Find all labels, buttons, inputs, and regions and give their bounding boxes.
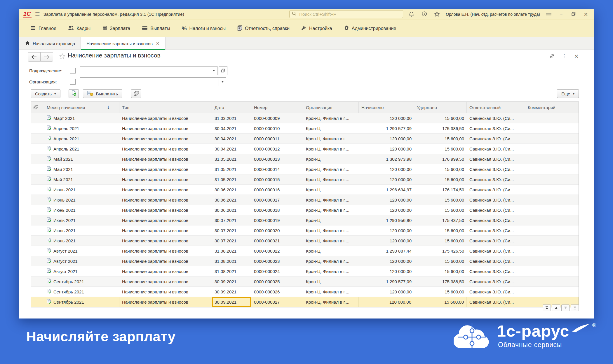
cell-org[interactable]: Крон-Ц. Филиал в г.... bbox=[303, 113, 359, 123]
cell-comment[interactable] bbox=[525, 236, 579, 246]
cell-month[interactable]: Май 2021 bbox=[44, 164, 119, 174]
cell-accrued[interactable]: 120 000,00 bbox=[359, 164, 414, 174]
cell-org[interactable]: Крон-Ц. Филиал в г.... bbox=[303, 225, 359, 235]
cell-date[interactable]: 30.06.2021 bbox=[212, 185, 251, 195]
cell-clip[interactable] bbox=[31, 195, 44, 205]
table-row[interactable]: Сентябрь 2021 Начисление зарплаты и взно… bbox=[31, 287, 579, 297]
cell-accrued[interactable]: 120 000,00 bbox=[359, 297, 414, 307]
cell-number[interactable]: 0000-000019 bbox=[251, 215, 303, 225]
cell-responsible[interactable]: Савинская З.Ю. (Си... bbox=[467, 195, 525, 205]
close-form-icon[interactable]: × bbox=[574, 53, 579, 59]
cell-accrued[interactable]: 120 000,00 bbox=[359, 174, 414, 184]
column-header-accrued[interactable]: Начислено bbox=[359, 102, 414, 113]
cell-date[interactable]: 30.04.2021 bbox=[212, 123, 251, 133]
cell-month[interactable]: Май 2021 bbox=[44, 154, 119, 164]
cell-month[interactable]: Сентябрь 2021 bbox=[44, 276, 119, 286]
table-row[interactable]: Март 2021 Начисление зарплаты и взносов … bbox=[31, 113, 579, 123]
scroll-bottom-icon[interactable] bbox=[571, 304, 579, 311]
cell-date[interactable]: 30.07.2021 bbox=[212, 236, 251, 246]
cell-month[interactable]: Апрель 2021 bbox=[44, 134, 119, 144]
cell-org[interactable]: Крон-Ц. Филиал в г.... bbox=[303, 297, 359, 307]
cell-org[interactable]: Крон-Ц bbox=[303, 154, 359, 164]
cell-clip[interactable] bbox=[31, 144, 44, 154]
cell-accrued[interactable]: 1 302 973,98 bbox=[359, 154, 414, 164]
cell-responsible[interactable]: Савинская З.Ю. (Си... bbox=[467, 185, 525, 195]
cell-date[interactable]: 31.05.2021 bbox=[212, 154, 251, 164]
cell-comment[interactable] bbox=[525, 134, 579, 144]
table-row[interactable]: Август 2021 Начисление зарплаты и взносо… bbox=[31, 246, 579, 256]
department-checkbox[interactable] bbox=[70, 68, 76, 74]
cell-comment[interactable] bbox=[525, 144, 579, 154]
cell-date[interactable]: 30.06.2021 bbox=[212, 195, 251, 205]
cell-org[interactable]: Крон-Ц bbox=[303, 185, 359, 195]
link-icon[interactable] bbox=[549, 53, 555, 59]
cell-withheld[interactable]: 15 600,00 bbox=[414, 134, 467, 144]
cell-withheld[interactable]: 15 600,00 bbox=[414, 144, 467, 154]
column-header-clip[interactable] bbox=[31, 102, 44, 113]
column-header-number[interactable]: Номер bbox=[251, 102, 303, 113]
cell-number[interactable]: 0000-000014 bbox=[251, 164, 303, 174]
cell-accrued[interactable]: 120 000,00 bbox=[359, 205, 414, 215]
cell-clip[interactable] bbox=[31, 215, 44, 225]
cell-responsible[interactable]: Савинская З.Ю. (Си... bbox=[467, 134, 525, 144]
column-header-month[interactable]: Месяц начисления↓ bbox=[44, 102, 119, 113]
tab-close-icon[interactable]: × bbox=[156, 41, 160, 46]
cell-accrued[interactable]: 120 000,00 bbox=[359, 236, 414, 246]
cell-accrued[interactable]: 120 000,00 bbox=[359, 266, 414, 276]
cell-type[interactable]: Начисление зарплаты и взносов bbox=[119, 185, 212, 195]
cell-responsible[interactable]: Савинская З.Ю. (Си... bbox=[467, 123, 525, 133]
cell-comment[interactable] bbox=[525, 185, 579, 195]
column-header-org[interactable]: Организация bbox=[303, 102, 359, 113]
cell-comment[interactable] bbox=[525, 123, 579, 133]
table-row[interactable]: Апрель 2021 Начисление зарплаты и взносо… bbox=[31, 123, 579, 134]
cell-accrued[interactable]: 120 000,00 bbox=[359, 256, 414, 266]
search-input[interactable] bbox=[299, 11, 400, 17]
cell-month[interactable]: Июнь 2021 bbox=[44, 185, 119, 195]
menu-item-hr[interactable]: Кадры bbox=[64, 23, 95, 34]
cell-comment[interactable] bbox=[525, 174, 579, 184]
cell-clip[interactable] bbox=[31, 113, 44, 123]
table-row[interactable]: Июнь 2021 Начисление зарплаты и взносов … bbox=[31, 185, 579, 195]
cell-accrued[interactable]: 1 296 634,97 bbox=[359, 185, 414, 195]
back-button[interactable] bbox=[28, 52, 41, 62]
cell-org[interactable]: Крон-Ц bbox=[303, 276, 359, 286]
cell-date[interactable]: 31.05.2021 bbox=[212, 164, 251, 174]
table-row[interactable]: Май 2021 Начисление зарплаты и взносов 3… bbox=[31, 154, 579, 164]
cell-accrued[interactable]: 120 000,00 bbox=[359, 195, 414, 205]
cell-accrued[interactable]: 1 290 956,80 bbox=[359, 215, 414, 225]
cell-org[interactable]: Крон-Ц. Филиал в г.... bbox=[303, 287, 359, 297]
cell-withheld[interactable]: 15 600,00 bbox=[414, 174, 467, 184]
cell-date[interactable]: 30.06.2021 bbox=[212, 205, 251, 215]
organization-checkbox[interactable] bbox=[70, 79, 76, 85]
cell-accrued[interactable]: 120 000,00 bbox=[359, 134, 414, 144]
cell-number[interactable]: 0000-000027 bbox=[251, 297, 303, 307]
column-header-responsible[interactable]: Ответственный bbox=[467, 102, 525, 113]
cell-responsible[interactable]: Савинская З.Ю. (Си... bbox=[467, 287, 525, 297]
cell-date[interactable]: 30.07.2021 bbox=[212, 225, 251, 235]
cell-clip[interactable] bbox=[31, 266, 44, 276]
cell-responsible[interactable]: Савинская З.Ю. (Си... bbox=[467, 236, 525, 246]
attachments-button[interactable] bbox=[131, 89, 141, 98]
table-row[interactable]: Апрель 2021 Начисление зарплаты и взносо… bbox=[31, 144, 579, 154]
close-icon[interactable]: × bbox=[581, 12, 590, 17]
bell-icon[interactable] bbox=[407, 10, 416, 18]
cell-comment[interactable] bbox=[525, 246, 579, 256]
cell-withheld[interactable]: 15 600,00 bbox=[414, 287, 467, 297]
cell-month[interactable]: Июль 2021 bbox=[44, 236, 119, 246]
cell-number[interactable]: 0000-000011 bbox=[251, 134, 303, 144]
table-row[interactable]: Июль 2021 Начисление зарплаты и взносов … bbox=[31, 225, 579, 236]
cell-number[interactable]: 0000-000021 bbox=[251, 236, 303, 246]
open-list-icon[interactable] bbox=[219, 66, 227, 75]
cell-type[interactable]: Начисление зарплаты и взносов bbox=[119, 225, 212, 235]
menu-item-salary[interactable]: Зарплата bbox=[98, 23, 135, 34]
cell-number[interactable]: 0000-000013 bbox=[251, 154, 303, 164]
cell-type[interactable]: Начисление зарплаты и взносов bbox=[119, 287, 212, 297]
cell-clip[interactable] bbox=[31, 205, 44, 215]
cell-month[interactable]: Сентябрь 2021 bbox=[44, 287, 119, 297]
cell-accrued[interactable]: 120 000,00 bbox=[359, 287, 414, 297]
cell-month[interactable]: Июнь 2021 bbox=[44, 205, 119, 215]
cell-type[interactable]: Начисление зарплаты и взносов bbox=[119, 266, 212, 276]
cell-responsible[interactable]: Савинская З.Ю. (Си... bbox=[467, 276, 525, 286]
cell-type[interactable]: Начисление зарплаты и взносов bbox=[119, 297, 212, 307]
cell-type[interactable]: Начисление зарплаты и взносов bbox=[119, 174, 212, 184]
